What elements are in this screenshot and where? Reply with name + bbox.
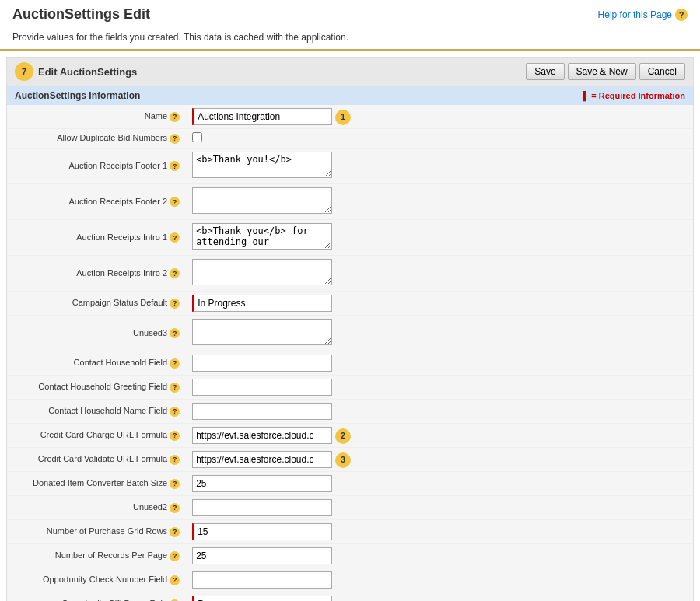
field-help-icon[interactable]: ? (170, 134, 180, 144)
info-title: AuctionSettings Information (15, 90, 140, 101)
field-label: Contact Household Greeting Field (38, 382, 167, 391)
help-link-text: Help for this Page (598, 9, 672, 20)
field-label: Auction Receipts Intro 1 (76, 232, 167, 242)
field-checkbox[interactable] (192, 132, 202, 142)
field-input[interactable] (192, 547, 332, 564)
field-textarea[interactable] (192, 259, 332, 285)
page-title: AuctionSettings Edit (12, 6, 150, 23)
field-help-icon[interactable]: ? (170, 112, 180, 122)
form-row: Number of Records Per Page ? (7, 544, 693, 568)
field-help-icon[interactable]: ? (170, 358, 180, 369)
toolbar-badge: 7 (15, 62, 33, 81)
field-input[interactable] (192, 451, 332, 468)
field-help-icon[interactable]: ? (170, 232, 180, 243)
form-row: Opportunity Check Number Field ? (7, 568, 693, 592)
form-row: Contact Household Field ? (7, 351, 693, 376)
form-row: Credit Card Charge URL Formula ?2 (7, 424, 693, 448)
field-badge: 1 (335, 110, 351, 125)
form-row: Auction Receipts Footer 1 ?<b>Thank you!… (7, 149, 693, 184)
field-label: Auction Receipts Footer 2 (69, 197, 168, 206)
form-row: Donated Item Converter Batch Size ? (7, 472, 693, 496)
field-help-icon[interactable]: ? (170, 197, 180, 207)
field-help-icon[interactable]: ? (170, 503, 180, 513)
field-input[interactable] (192, 596, 332, 601)
field-label: Number of Records Per Page (55, 550, 167, 560)
info-header: AuctionSettings Information ▌ = Required… (7, 86, 693, 105)
field-input[interactable] (192, 355, 332, 372)
edit-section: 7 Edit AuctionSettings Save Save & New C… (6, 57, 694, 601)
subtitle: Provide values for the fields you create… (0, 29, 700, 51)
field-input[interactable] (192, 571, 332, 589)
form-row: Opportunity Gift Donor Role ? (7, 592, 693, 602)
field-label: Contact Household Field (74, 358, 167, 367)
field-help-icon[interactable]: ? (170, 527, 180, 537)
form-row: Contact Household Greeting Field ? (7, 376, 693, 400)
edit-header: 7 Edit AuctionSettings Save Save & New C… (7, 58, 693, 86)
toolbar-buttons: Save Save & New Cancel (526, 63, 685, 80)
field-help-icon[interactable]: ? (170, 479, 180, 489)
form-row: Unused2 ? (7, 496, 693, 520)
field-input[interactable] (192, 475, 332, 492)
field-help-icon[interactable]: ? (170, 268, 180, 278)
field-label: Contact Household Name Field (48, 406, 167, 415)
field-input[interactable] (192, 108, 332, 125)
info-section: AuctionSettings Information ▌ = Required… (7, 86, 693, 601)
form-table: Name ?1Allow Duplicate Bid Numbers ?Auct… (7, 105, 693, 601)
form-row: Allow Duplicate Bid Numbers ? (7, 129, 693, 149)
form-row: Unused3 ? (7, 316, 693, 351)
field-label: Allow Duplicate Bid Numbers (57, 133, 167, 142)
field-textarea[interactable]: <b>Thank you</b> for attending our (192, 223, 332, 250)
form-row: Auction Receipts Intro 1 ?<b>Thank you</… (7, 220, 693, 256)
form-row: Contact Household Name Field ? (7, 400, 693, 424)
field-badge: 2 (335, 428, 351, 444)
form-row: Auction Receipts Footer 2 ? (7, 184, 693, 220)
form-row: Credit Card Validate URL Formula ?3 (7, 448, 693, 472)
field-label: Opportunity Check Number Field (43, 575, 167, 584)
field-input[interactable] (192, 523, 332, 540)
field-label: Unused3 (133, 328, 167, 337)
form-row: Name ?1 (7, 105, 693, 129)
field-input[interactable] (192, 499, 332, 516)
save-new-button[interactable]: Save & New (568, 63, 636, 80)
field-help-icon[interactable]: ? (170, 431, 180, 441)
field-input[interactable] (192, 295, 332, 312)
field-label: Campaign Status Default (72, 298, 167, 307)
field-help-icon[interactable]: ? (170, 328, 180, 338)
required-note: ▌ = Required Information (583, 91, 685, 100)
top-bar: AuctionSettings Edit Help for this Page … (0, 0, 700, 29)
field-label: Unused2 (133, 502, 167, 512)
edit-section-title: Edit AuctionSettings (38, 66, 137, 78)
field-label: Name (145, 111, 167, 121)
field-label: Donated Item Converter Batch Size (33, 478, 167, 487)
field-textarea[interactable] (192, 319, 332, 345)
field-help-icon[interactable]: ? (170, 407, 180, 417)
form-row: Campaign Status Default ? (7, 292, 693, 316)
save-button[interactable]: Save (526, 63, 564, 80)
field-help-icon[interactable]: ? (170, 455, 180, 465)
field-help-icon[interactable]: ? (170, 575, 180, 585)
field-textarea[interactable]: <b>Thank you!</b> (192, 152, 332, 178)
field-help-icon[interactable]: ? (170, 551, 180, 561)
field-help-icon[interactable]: ? (170, 299, 180, 309)
form-row: Number of Purchase Grid Rows ? (7, 520, 693, 544)
field-label: Credit Card Charge URL Formula (40, 430, 167, 439)
field-label: Auction Receipts Footer 1 (69, 161, 168, 170)
form-row: Auction Receipts Intro 2 ? (7, 256, 693, 292)
help-link[interactable]: Help for this Page ? (598, 9, 688, 21)
field-label: Number of Purchase Grid Rows (47, 526, 167, 536)
cancel-button[interactable]: Cancel (639, 63, 685, 80)
field-input[interactable] (192, 403, 332, 420)
help-icon: ? (675, 9, 688, 21)
field-help-icon[interactable]: ? (170, 161, 180, 171)
field-badge: 3 (335, 452, 351, 468)
field-help-icon[interactable]: ? (170, 383, 180, 393)
field-textarea[interactable] (192, 187, 332, 214)
field-input[interactable] (192, 427, 332, 444)
field-input[interactable] (192, 379, 332, 396)
field-label: Credit Card Validate URL Formula (38, 454, 167, 463)
field-label: Auction Receipts Intro 2 (76, 268, 167, 278)
